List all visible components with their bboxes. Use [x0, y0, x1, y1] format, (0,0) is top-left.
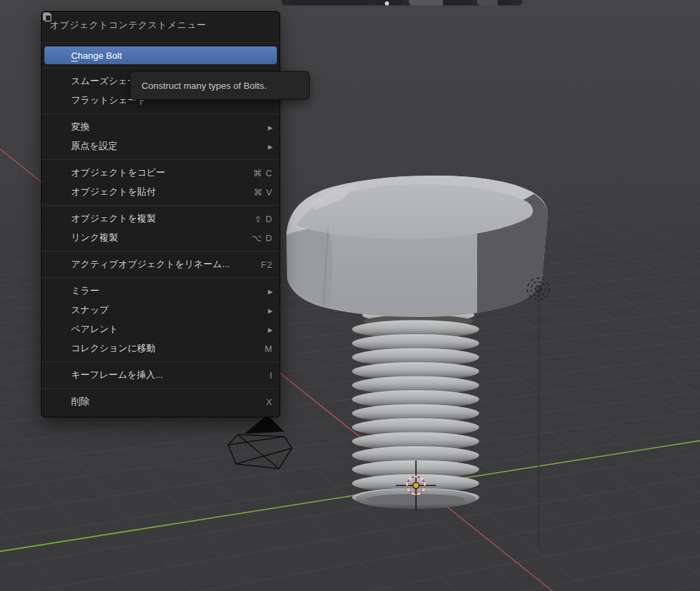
menu-separator: [42, 277, 280, 278]
menu-item-change-bolt[interactable]: Change Bolt: [44, 46, 277, 64]
menu-separator: [42, 159, 280, 160]
submenu-arrow-icon: ▶: [268, 124, 273, 131]
menu-item-paste-objects[interactable]: オブジェクトを貼付 ⌘ V: [42, 182, 280, 202]
menu-item-insert-keyframe[interactable]: キーフレームを挿入... I: [42, 366, 280, 385]
menu-separator: [42, 68, 280, 68]
tooltip: Construct many types of Bolts.: [130, 71, 310, 100]
submenu-arrow-icon: ▶: [268, 288, 273, 295]
camera-gizmo[interactable]: [228, 415, 292, 469]
sphere-icon: [385, 1, 389, 5]
hex-bolt-object[interactable]: [286, 176, 548, 509]
toolbar-fragment-3[interactable]: [409, 0, 472, 5]
menu-item-mirror[interactable]: ミラー ▶: [42, 281, 280, 301]
menu-separator: [42, 42, 280, 43]
submenu-arrow-icon: ▶: [268, 307, 273, 314]
y-axis-line: [0, 441, 700, 551]
menu-item-rename-active-object[interactable]: アクティブオブジェクトをリネーム... F2: [42, 255, 280, 274]
menu-item-delete[interactable]: 削除 X: [42, 392, 280, 411]
menu-item-copy-objects[interactable]: オブジェクトをコピー ⌘ C: [42, 163, 280, 182]
menu-item-move-to-collection[interactable]: コレクションに移動 M: [42, 339, 280, 358]
context-menu-title: オブジェクトコンテクストメニュー: [42, 12, 280, 39]
toolbar-fragment-4[interactable]: [477, 0, 511, 5]
menu-separator: [42, 205, 280, 206]
menu-item-snap[interactable]: スナップ ▶: [42, 301, 280, 320]
menu-item-duplicate-objects[interactable]: オブジェクトを複製 ⇧ D: [42, 209, 280, 228]
toolbar-fragment-2[interactable]: [376, 0, 403, 5]
menu-item-duplicate-linked[interactable]: リンク複製 ⌥ D: [42, 228, 280, 247]
submenu-arrow-icon: ▶: [268, 327, 273, 333]
menu-item-parent[interactable]: ペアレント ▶: [42, 320, 280, 339]
menu-separator: [42, 113, 280, 114]
snap-toggle-fragment[interactable]: [409, 0, 443, 5]
menu-separator: [42, 388, 280, 389]
toolbar-toggle-fragment[interactable]: [477, 0, 498, 5]
menu-separator: [42, 361, 280, 362]
menu-item-set-origin[interactable]: 原点を設定 ▶: [42, 137, 280, 156]
menu-separator: [42, 251, 280, 251]
submenu-arrow-icon: ▶: [268, 143, 273, 150]
menu-item-convert[interactable]: 変換 ▶: [42, 118, 280, 137]
toolbar-fragment-strip: [282, 0, 522, 5]
cursor-center-dot: [413, 482, 419, 489]
toolbar-fragment-1[interactable]: [291, 0, 368, 5]
tooltip-text: Construct many types of Bolts.: [142, 81, 267, 91]
blender-window: オブジェクトコンテクストメニュー Change Bolt スムーズシェード フラ…: [0, 0, 700, 591]
